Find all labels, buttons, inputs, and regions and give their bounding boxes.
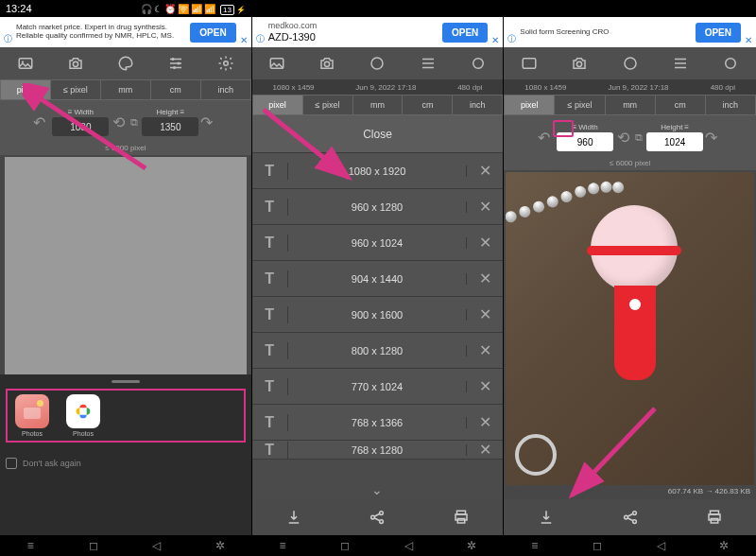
menu-icon[interactable]: ≡ xyxy=(68,108,73,116)
ad-close-icon[interactable]: ✕ xyxy=(240,35,248,45)
download-button[interactable] xyxy=(252,499,336,535)
nav-home[interactable]: ◻ xyxy=(593,539,602,552)
ad-close-icon[interactable]: ✕ xyxy=(745,35,752,45)
height-input[interactable] xyxy=(142,117,198,136)
unit-cm[interactable]: cm xyxy=(403,95,453,115)
redo-button[interactable]: ↷ xyxy=(200,113,217,131)
camera-button[interactable] xyxy=(555,47,605,79)
ad-info-icon[interactable]: ⓘ xyxy=(4,33,12,45)
palette-button[interactable] xyxy=(100,47,150,79)
palette-button[interactable] xyxy=(352,47,403,79)
preset-row[interactable]: T800 x 1280✕ xyxy=(252,333,504,369)
aspect-lock-icon[interactable]: ⧉ xyxy=(633,131,644,144)
share-button[interactable] xyxy=(335,499,420,535)
ad-banner[interactable]: ⓘ Solid form Screening CRO OPEN ✕ xyxy=(504,17,756,47)
app-photos-2[interactable]: Photos xyxy=(62,394,104,437)
nav-recent[interactable]: ≡ xyxy=(280,539,286,552)
settings-button[interactable] xyxy=(706,47,756,79)
delete-icon[interactable]: ✕ xyxy=(467,305,503,323)
ad-open-button[interactable]: OPEN xyxy=(696,23,741,43)
nav-back[interactable]: ◁ xyxy=(404,539,413,552)
unit-pixel[interactable]: pixel xyxy=(504,95,555,115)
ad-open-button[interactable]: OPEN xyxy=(442,23,488,43)
nav-accessibility[interactable]: ✲ xyxy=(719,539,729,552)
preset-row[interactable]: T768 x 1366✕ xyxy=(252,405,504,441)
redo-button[interactable]: ↷ xyxy=(705,129,722,147)
nav-home[interactable]: ◻ xyxy=(340,539,350,552)
nav-accessibility[interactable]: ✲ xyxy=(215,539,225,552)
unit-mm[interactable]: mm xyxy=(101,79,151,100)
preset-row[interactable]: T770 x 1024✕ xyxy=(252,369,504,405)
width-input[interactable] xyxy=(52,117,109,136)
chevron-down-icon[interactable]: ⌄ xyxy=(371,482,383,497)
image-preview[interactable] xyxy=(506,172,754,485)
unit-lepixel[interactable]: ≤ pixel xyxy=(303,95,353,115)
unit-pixel[interactable]: pixel xyxy=(252,95,303,115)
unit-inch[interactable]: inch xyxy=(201,79,251,100)
print-button[interactable] xyxy=(420,499,504,535)
close-button[interactable]: Close xyxy=(252,115,504,153)
nav-home[interactable]: ◻ xyxy=(89,539,98,552)
ad-close-icon[interactable]: ✕ xyxy=(491,35,499,45)
unit-cm[interactable]: cm xyxy=(656,95,706,115)
preset-row[interactable]: T960 x 1024✕ xyxy=(252,225,504,261)
preset-row[interactable]: T960 x 1280✕ xyxy=(252,189,504,225)
delete-icon[interactable]: ✕ xyxy=(467,234,503,252)
delete-icon[interactable]: ✕ xyxy=(467,377,503,395)
nav-recent[interactable]: ≡ xyxy=(531,539,538,552)
delete-icon[interactable]: ✕ xyxy=(467,162,503,180)
unit-lepixel[interactable]: ≤ pixel xyxy=(51,79,101,100)
height-input[interactable] xyxy=(646,132,703,151)
sheet-handle[interactable] xyxy=(112,380,140,383)
nav-accessibility[interactable]: ✲ xyxy=(467,539,476,552)
unit-mm[interactable]: mm xyxy=(353,95,404,115)
menu-icon[interactable]: ≡ xyxy=(684,123,689,131)
adjust-button[interactable] xyxy=(655,47,705,79)
app-photos-1[interactable]: Photos xyxy=(11,394,53,437)
nav-back[interactable]: ◁ xyxy=(657,539,665,552)
unit-lepixel[interactable]: ≤ pixel xyxy=(555,95,605,115)
preset-row[interactable]: T904 x 1440✕ xyxy=(252,261,504,297)
camera-button[interactable] xyxy=(50,47,100,79)
adjust-button[interactable] xyxy=(150,47,200,79)
share-button[interactable] xyxy=(588,499,672,535)
delete-icon[interactable]: ✕ xyxy=(467,269,503,287)
unit-cm[interactable]: cm xyxy=(151,79,201,100)
preset-row[interactable]: T1080 x 1920✕ xyxy=(252,153,504,189)
gallery-button[interactable] xyxy=(504,47,554,79)
swap-icon[interactable]: ⟲ xyxy=(615,129,631,147)
camera-button[interactable] xyxy=(302,47,352,79)
unit-inch[interactable]: inch xyxy=(706,95,756,115)
preset-row[interactable]: T900 x 1600✕ xyxy=(252,297,504,333)
settings-button[interactable] xyxy=(201,47,251,79)
print-button[interactable] xyxy=(672,499,756,535)
ad-info-icon[interactable]: ⓘ xyxy=(256,33,265,45)
gallery-button[interactable] xyxy=(0,47,50,79)
nav-recent[interactable]: ≡ xyxy=(27,539,34,552)
delete-icon[interactable]: ✕ xyxy=(467,341,503,359)
ad-info-icon[interactable]: ⓘ xyxy=(507,33,516,45)
delete-icon[interactable]: ✕ xyxy=(467,413,503,431)
settings-button[interactable] xyxy=(453,47,503,79)
download-button[interactable] xyxy=(504,499,588,535)
ad-banner[interactable]: ⓘ Match market price. Expert in drug syn… xyxy=(0,17,251,47)
dont-ask-row[interactable]: Don't ask again xyxy=(6,458,246,469)
preset-list[interactable]: T1080 x 1920✕ T960 x 1280✕ T960 x 1024✕ … xyxy=(252,153,504,499)
undo-button[interactable]: ↶ xyxy=(33,113,50,131)
palette-button[interactable] xyxy=(605,47,655,79)
unit-pixel[interactable]: pixel xyxy=(0,79,51,100)
delete-icon[interactable]: ✕ xyxy=(467,198,503,216)
gallery-button[interactable] xyxy=(252,47,302,79)
nav-back[interactable]: ◁ xyxy=(152,539,161,552)
ad-open-button[interactable]: OPEN xyxy=(190,23,235,43)
aspect-lock-icon[interactable]: ⧉ xyxy=(129,116,140,129)
swap-icon[interactable]: ⟲ xyxy=(111,113,127,131)
ad-banner[interactable]: ⓘ medkoo.com AZD-1390 OPEN ✕ xyxy=(252,17,504,47)
adjust-button[interactable] xyxy=(403,47,453,79)
preset-row[interactable]: T768 x 1280✕ xyxy=(252,441,504,460)
unit-mm[interactable]: mm xyxy=(606,95,656,115)
delete-icon[interactable]: ✕ xyxy=(467,441,503,459)
checkbox[interactable] xyxy=(6,458,17,469)
unit-inch[interactable]: inch xyxy=(453,95,503,115)
menu-icon[interactable]: ≡ xyxy=(180,108,185,116)
